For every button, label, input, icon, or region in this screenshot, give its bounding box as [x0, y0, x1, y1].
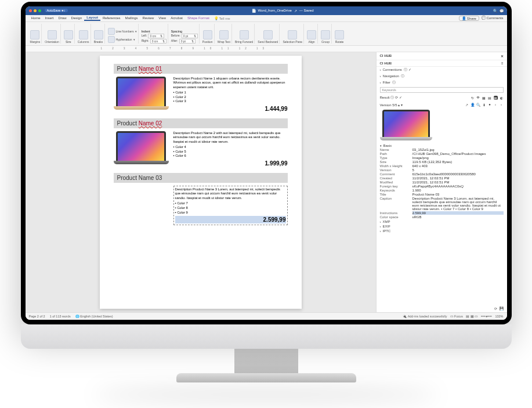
panel-menu-icon[interactable]: ≡: [501, 62, 504, 65]
close-panel-icon[interactable]: ✕: [501, 54, 504, 58]
tell-me[interactable]: 💡 Tell me: [214, 16, 230, 20]
iptc-section[interactable]: IPTC: [377, 229, 507, 233]
tab-acrobat[interactable]: Acrobat: [168, 16, 185, 20]
panel-save-icon[interactable]: 💾: [500, 306, 504, 310]
send-backward-icon[interactable]: [263, 30, 273, 39]
product-description[interactable]: Description Product Name 2 with aut late…: [173, 131, 288, 145]
doc-title: 📄Word_from_OneDrive ↗ — Saved: [73, 9, 493, 13]
ribbon-tabs: Home Insert Draw Design Layout Reference…: [26, 15, 507, 22]
size-icon[interactable]: [64, 30, 73, 39]
comments-button[interactable]: 💬 Comments: [482, 16, 504, 21]
basic-section[interactable]: Basic: [377, 143, 507, 148]
language-indicator[interactable]: 🌐 English (United States): [75, 315, 113, 318]
spacing-after-input[interactable]: 0 pt⇅: [179, 39, 196, 44]
indent-left-input[interactable]: 0 cm⇅: [148, 34, 164, 38]
group-icon[interactable]: [321, 30, 330, 39]
document-canvas[interactable]: Product Name 01 Description Product Name…: [26, 52, 376, 312]
bring-forward-icon[interactable]: [240, 30, 249, 39]
product-description[interactable]: Description Product Name 1 aliquam urban…: [173, 77, 288, 90]
product-image[interactable]: [114, 131, 169, 166]
filter-section[interactable]: Filter ⓘ: [377, 80, 507, 86]
hyphenation-dropdown[interactable]: Hyphenation ▾: [108, 36, 137, 44]
zoom-level[interactable]: 132%: [495, 315, 503, 318]
product-heading[interactable]: Product Name 02: [114, 118, 288, 128]
horizontal-ruler[interactable]: 1 2 3 4 5 6 7 8 9 10 11 12 13: [26, 46, 507, 52]
titlebar: AutoSave ●○ 📄Word_from_OneDrive ↗ — Save…: [26, 6, 507, 15]
tab-insert[interactable]: Insert: [43, 16, 56, 20]
product-price[interactable]: 1.444,99: [173, 105, 288, 113]
tab-draw[interactable]: Draw: [56, 16, 69, 20]
ribbon: Margins Orientation Size Columns Breaks …: [26, 22, 507, 46]
columns-icon[interactable]: [79, 30, 88, 39]
keywords-input[interactable]: Keywords: [380, 87, 504, 93]
version-dropdown[interactable]: Version 5/5 ▴ ▾: [380, 103, 403, 107]
page: Product Name 01 Description Product Name…: [100, 56, 302, 309]
wrap-text-icon[interactable]: [219, 30, 229, 39]
view-icons[interactable]: ▤ ▦ ▭: [466, 315, 478, 318]
product-heading[interactable]: Product Name 01: [114, 64, 288, 74]
search-icon[interactable]: 🔍: [493, 9, 497, 13]
orientation-icon[interactable]: [48, 30, 57, 39]
asset-preview[interactable]: [380, 110, 432, 142]
tab-home[interactable]: Home: [29, 16, 43, 20]
product-description[interactable]: Description Product Name 3 Lorem, aut la…: [175, 187, 286, 201]
product-price[interactable]: 1.999,99: [173, 160, 288, 167]
panel-title: CI HUB: [380, 54, 392, 58]
view-mode-icons[interactable]: ↻👁▦▤▤◐: [471, 96, 504, 100]
connections-section[interactable]: Connections ⓘ ✓: [377, 67, 507, 73]
status-bar: Page 2 of 2 1 of 113 words 🌐 English (Un…: [26, 312, 507, 320]
position-icon[interactable]: [203, 30, 212, 39]
tab-shape-format[interactable]: Shape Format: [185, 16, 212, 20]
action-icons[interactable]: ↗👤🔍⬇●‹›: [465, 103, 504, 107]
addins-status[interactable]: 🔌 Add-ins loaded successfully: [403, 315, 447, 318]
help-icon[interactable]: 💬: [500, 9, 504, 13]
product-heading[interactable]: Product Name 03: [114, 173, 288, 183]
product-image[interactable]: [114, 77, 169, 111]
panel-refresh-icon[interactable]: ⟳: [494, 306, 497, 310]
focus-mode[interactable]: ▭ Focus: [450, 315, 464, 318]
tab-view[interactable]: View: [156, 16, 168, 20]
margins-icon[interactable]: [30, 30, 39, 39]
metadata-table: Name03_15Zol1.jpg Path/CI HUB Gen098_Dem…: [377, 148, 507, 219]
indent-right-input[interactable]: 0 cm⇅: [150, 39, 167, 44]
tab-design[interactable]: Design: [69, 16, 85, 20]
zoom-slider[interactable]: ━━●━━: [481, 315, 492, 318]
tab-references[interactable]: References: [100, 16, 123, 20]
page-indicator[interactable]: Page 2 of 2: [29, 315, 45, 318]
autosave-toggle[interactable]: AutoSave ●○: [45, 9, 68, 12]
xmp-section[interactable]: XMP: [377, 219, 507, 224]
window-controls[interactable]: [29, 9, 41, 12]
selected-textbox[interactable]: Description Product Name 3 Lorem, aut la…: [173, 186, 288, 225]
tab-review[interactable]: Review: [140, 16, 157, 20]
navigation-section[interactable]: Navigation ⓘ: [377, 73, 507, 80]
tab-mailings[interactable]: Mailings: [123, 16, 140, 20]
spacing-before-input[interactable]: 0 pt⇅: [182, 34, 198, 38]
line-numbers-dropdown[interactable]: Line Numbers ▾: [108, 28, 137, 35]
selection-pane-icon[interactable]: [288, 30, 297, 39]
product-price[interactable]: 2.599,99: [175, 216, 286, 223]
breaks-icon[interactable]: [94, 30, 103, 39]
tab-layout[interactable]: Layout: [84, 15, 100, 21]
word-count[interactable]: 1 of 113 words: [50, 315, 71, 318]
share-button[interactable]: 👤 Share: [459, 16, 479, 21]
rotate-icon[interactable]: [335, 30, 344, 39]
ci-hub-panel: CI HUB✕ CI HUB≡ Connections ⓘ ✓ Navigati…: [376, 52, 507, 312]
align-icon[interactable]: [307, 30, 316, 39]
exif-section[interactable]: EXIF: [377, 224, 507, 229]
